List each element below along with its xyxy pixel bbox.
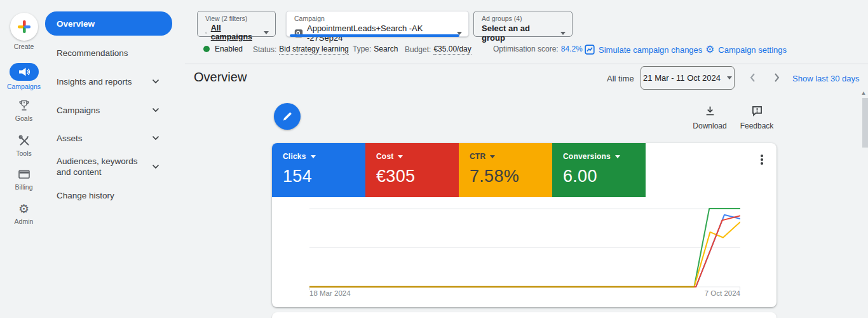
x-axis-labels: 18 Mar 2024 7 Oct 2024 <box>309 289 740 297</box>
campaign-selector-value[interactable]: AppointmentLeads+Search -AK -27Sep24 <box>307 24 451 43</box>
adgroup-selector-value[interactable]: Select an ad group <box>482 24 550 43</box>
date-range-value: 21 Mar - 11 Oct 2024 <box>643 73 721 83</box>
sidebar-item-goals[interactable]: Goals <box>0 99 48 122</box>
sidebar-item-admin[interactable]: ⚙ Admin <box>0 202 48 225</box>
metric-card-cost[interactable]: Cost €305 <box>365 143 459 197</box>
campaign-selector[interactable]: Campaign AppointmentLeads+Search -AK -27… <box>286 11 469 37</box>
nav-item-assets[interactable]: Assets <box>45 127 172 149</box>
simulate-campaign-changes-button[interactable]: Simulate campaign changes <box>585 45 702 55</box>
home-icon <box>205 29 207 37</box>
budget-value[interactable]: €35.00/day <box>433 45 471 55</box>
gear-icon: ⚙ <box>18 203 29 215</box>
card-menu-button[interactable] <box>756 153 768 167</box>
series-line-cost <box>309 216 740 287</box>
nav-item-insights-and-reports[interactable]: Insights and reports <box>45 70 172 93</box>
simulate-chart-icon <box>585 45 595 55</box>
app-rail: Create Campaigns Goals <box>0 0 48 318</box>
x-axis-start-label: 18 Mar 2024 <box>309 289 351 297</box>
header-divider <box>185 64 868 64</box>
metric-value-conversions: 6.00 <box>563 167 646 186</box>
chevron-down-icon <box>490 155 495 158</box>
status-field: Status: Bid strategy learning <box>253 45 349 55</box>
sidebar-label-campaigns: Campaigns <box>0 83 48 90</box>
metric-label-ctr[interactable]: CTR <box>470 152 485 161</box>
nav-label: Campaigns <box>57 106 100 115</box>
chevron-down-icon[interactable] <box>152 107 159 113</box>
date-range-picker[interactable]: 21 Mar - 11 Oct 2024 <box>641 66 735 90</box>
metric-card-ctr[interactable]: CTR 7.58% <box>459 143 552 197</box>
metric-label-conversions[interactable]: Conversions <box>563 152 611 161</box>
scrollbar-thumb[interactable] <box>862 98 868 148</box>
adgroup-selector[interactable]: Ad groups (4) Select an ad group <box>473 11 573 37</box>
sidebar-label-admin: Admin <box>0 218 48 225</box>
performance-line-chart[interactable] <box>309 205 740 291</box>
view-filter-label: View (2 filters) <box>205 15 269 22</box>
gear-icon: ⚙ <box>705 45 714 55</box>
nav-label: Assets <box>57 134 83 143</box>
nav-item-change-history[interactable]: Change history <box>45 184 172 207</box>
chevron-down-icon <box>264 31 269 34</box>
optimisation-score-value[interactable]: 84.2% <box>561 45 583 53</box>
next-period-button[interactable] <box>770 71 783 84</box>
metric-label-clicks[interactable]: Clicks <box>283 152 306 161</box>
page-title: Overview <box>194 70 247 85</box>
create-button[interactable]: Create <box>0 13 48 50</box>
nav-item-recommendations[interactable]: Recommendations <box>45 41 172 64</box>
metric-value-clicks: 154 <box>283 167 365 186</box>
chevron-down-icon[interactable] <box>152 135 159 141</box>
create-plus-icon <box>17 19 32 34</box>
enabled-status: Enabled <box>203 45 243 53</box>
nav-item-campaigns[interactable]: Campaigns <box>45 99 172 121</box>
chevron-down-icon <box>398 155 403 158</box>
create-label: Create <box>0 43 48 50</box>
sidebar-item-billing[interactable]: Billing <box>0 167 48 191</box>
chevron-down-icon <box>615 155 620 158</box>
campaign-settings-button[interactable]: ⚙ Campaign settings <box>705 45 787 55</box>
megaphone-icon <box>18 67 30 76</box>
edit-button[interactable] <box>274 103 301 130</box>
pencil-icon <box>281 111 293 122</box>
series-line-ctr <box>309 222 740 287</box>
feedback-button[interactable]: Feedback <box>735 106 779 130</box>
nav-item-audiences-keywords-content[interactable]: Audiences, keywords and content <box>45 153 172 181</box>
chevron-down-icon[interactable] <box>152 164 159 169</box>
metric-value-ctr: 7.58% <box>470 167 552 186</box>
view-filter-value[interactable]: All campaigns <box>211 24 252 41</box>
type-label: Type: <box>353 45 371 53</box>
all-time-label: All time <box>607 74 634 83</box>
enabled-label: Enabled <box>215 45 243 53</box>
campaign-settings-label: Campaign settings <box>718 45 787 55</box>
simulate-label: Simulate campaign changes <box>599 45 702 55</box>
chevron-down-icon <box>311 155 316 158</box>
type-value: Search <box>374 45 398 53</box>
nav-item-overview[interactable]: Overview <box>45 11 172 36</box>
metric-label-cost[interactable]: Cost <box>376 152 393 161</box>
download-button[interactable]: Download <box>688 106 732 130</box>
metric-value-cost: €305 <box>376 167 459 186</box>
nav-label: Overview <box>57 19 95 29</box>
metric-card-conversions[interactable]: Conversions 6.00 <box>552 143 646 197</box>
sidebar-item-campaigns[interactable]: Campaigns <box>0 63 48 90</box>
sidebar-label-tools: Tools <box>0 149 48 157</box>
show-last-30-days-link[interactable]: Show last 30 days <box>792 74 860 83</box>
next-section-card <box>272 312 776 318</box>
sidebar-item-tools[interactable]: Tools <box>0 134 48 157</box>
nav-label: Recommendations <box>57 48 128 58</box>
adgroup-selector-label: Ad groups (4) <box>482 15 566 22</box>
feedback-icon <box>752 106 763 116</box>
previous-period-button[interactable] <box>747 71 759 84</box>
feedback-label: Feedback <box>735 121 779 130</box>
nav-label: Change history <box>57 191 114 200</box>
view-filter-dropdown[interactable]: View (2 filters) All campaigns <box>197 11 276 37</box>
sidebar-label-billing: Billing <box>0 183 48 191</box>
chevron-down-icon[interactable] <box>152 79 159 84</box>
chevron-down-icon <box>560 32 566 35</box>
scrollbar-up-arrow[interactable]: ▲ <box>859 90 868 96</box>
performance-card: Clicks 154 Cost €305 CTR 7.58% Conversio… <box>272 143 776 307</box>
series-line-clicks <box>309 215 740 287</box>
status-value[interactable]: Bid strategy learning <box>279 45 348 55</box>
download-label: Download <box>688 121 732 130</box>
campaign-subnav: Overview Recommendations Insights and re… <box>45 0 179 318</box>
metric-card-clicks[interactable]: Clicks 154 <box>272 143 365 197</box>
tools-icon <box>18 134 31 147</box>
